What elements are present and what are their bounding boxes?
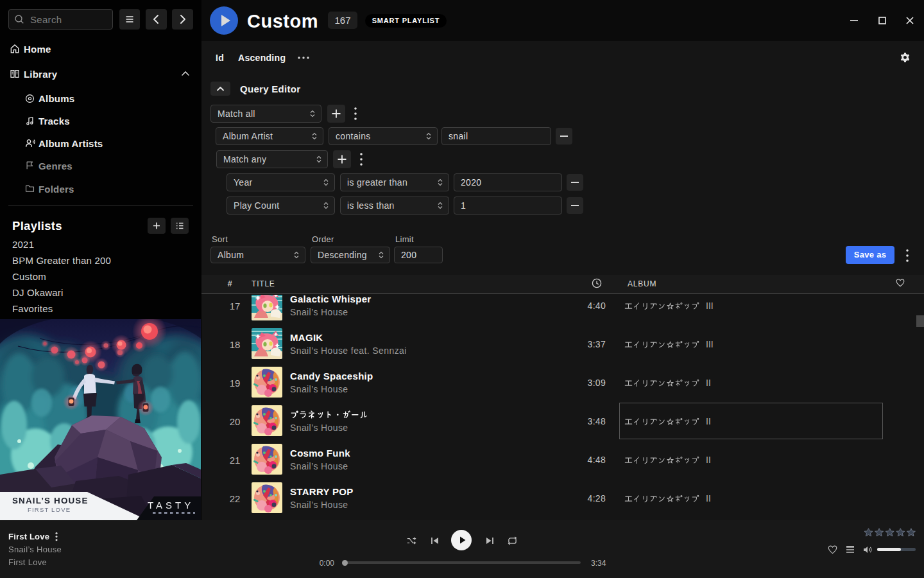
- svg-text:TASTY: TASTY: [148, 500, 194, 511]
- svg-text:SNAIL’S HOUSE: SNAIL’S HOUSE: [12, 496, 89, 505]
- svg-text:FIRST LOVE: FIRST LOVE: [28, 506, 71, 513]
